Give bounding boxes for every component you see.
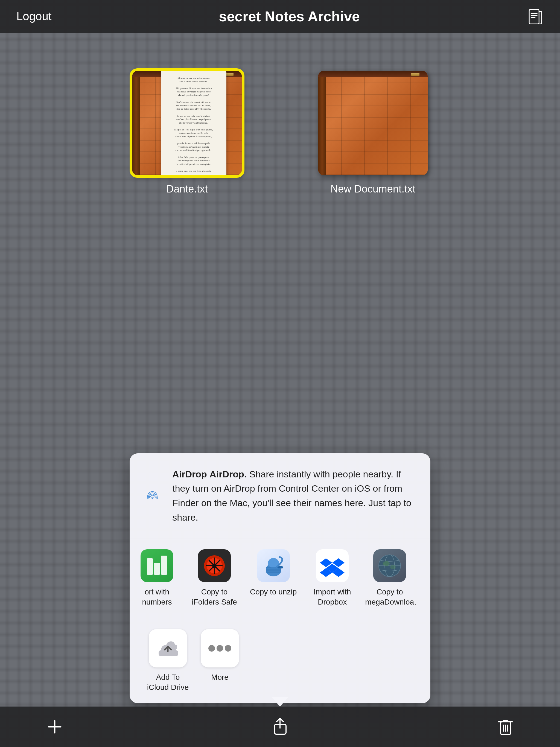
airdrop-section[interactable]: AirDropAirDrop. Share instantly with peo… [130,453,430,539]
airdrop-icon [146,476,159,515]
top-bar: Logout secret Notes Archive [0,0,560,33]
svg-point-28 [390,565,396,569]
document-book-new[interactable] [318,71,428,175]
app-item-ifolders[interactable]: Copy to iFolders Safe [184,549,245,607]
icloud-drive-icon [149,629,187,667]
app-label-numbers: ort with numbers [135,587,179,607]
logout-button[interactable]: Logout [17,10,51,23]
svg-point-30 [208,645,215,651]
svg-rect-5 [161,556,167,575]
actions-section: Add To iCloud Drive More [130,618,430,703]
unzip-icon [257,549,290,582]
document-item[interactable]: Mi ritrovai per una selva oscura, che la… [132,71,242,195]
svg-rect-3 [147,558,153,575]
more-icon [201,629,239,667]
dropbox-icon [316,549,349,582]
delete-button[interactable] [494,716,516,738]
svg-point-27 [383,561,390,566]
share-button[interactable] [269,716,291,738]
ifolders-icon [198,549,231,582]
app-label-mega: Copy to megaDownloa… [365,587,414,607]
document-grid: Mi ritrovai per una selva oscura, che la… [0,44,560,195]
add-button[interactable] [44,716,66,738]
airdrop-description: AirDropAirDrop. Share instantly with peo… [172,467,414,525]
app-item-unzip[interactable]: Copy to unzip [245,549,302,607]
action-item-more[interactable]: More [201,629,239,692]
book-note: Mi ritrovai per una selva oscura, che la… [161,71,226,175]
svg-point-12 [212,564,217,568]
share-sheet-tail [272,697,288,706]
apps-section: ort with numbers Copy to iFolders Safe [130,538,430,618]
bottom-toolbar [0,706,560,747]
page-title: secret Notes Archive [219,8,360,25]
document-label-new: New Document.txt [331,183,415,195]
mega-icon [373,549,406,582]
numbers-icon [141,549,173,582]
app-label-unzip: Copy to unzip [250,587,297,597]
app-label-dropbox: Import with Dropbox [308,587,357,607]
svg-rect-16 [266,569,281,571]
app-item-numbers[interactable]: ort with numbers [130,549,184,607]
app-item-dropbox[interactable]: Import with Dropbox [302,549,362,607]
svg-point-32 [225,645,231,651]
document-label-dante: Dante.txt [166,183,208,195]
svg-rect-4 [154,563,160,575]
book-icon[interactable] [527,8,543,25]
document-book-dante[interactable]: Mi ritrovai per una selva oscura, che la… [132,71,242,175]
action-item-icloud[interactable]: Add To iCloud Drive [146,629,190,692]
svg-rect-17 [266,571,281,573]
action-label-icloud: Add To iCloud Drive [146,672,190,692]
app-item-mega[interactable]: Copy to megaDownloa… [362,549,417,607]
action-label-more: More [211,672,229,682]
document-item[interactable]: New Document.txt [318,71,428,195]
share-sheet: AirDropAirDrop. Share instantly with peo… [130,453,430,703]
svg-point-31 [217,645,223,651]
app-label-ifolders: Copy to iFolders Safe [190,587,239,607]
